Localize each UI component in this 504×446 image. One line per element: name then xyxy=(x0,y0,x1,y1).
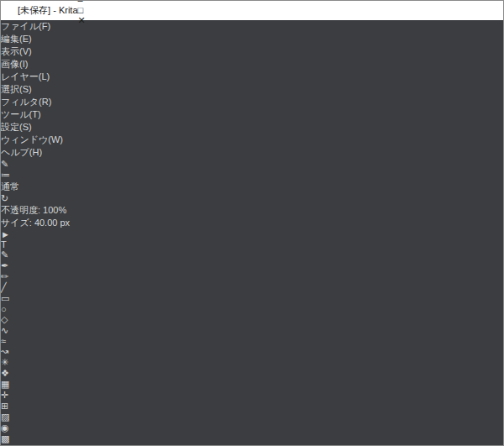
edit-brush-settings-icon[interactable]: ≔ xyxy=(1,170,503,181)
blend-mode-value: 通常 xyxy=(1,181,19,192)
menu-item[interactable]: ツール(T) xyxy=(1,108,503,121)
window-title: [未保存] - Krita xyxy=(18,4,78,17)
freehand-path-tool[interactable]: ↝ xyxy=(1,346,503,357)
crop-tool[interactable]: ⊞ xyxy=(1,401,503,412)
close-button[interactable]: ✕ xyxy=(78,15,86,26)
multibrush-tool[interactable]: ❖ xyxy=(1,368,503,379)
rectangle-tool[interactable]: ▭ xyxy=(1,293,503,304)
menu-item[interactable]: ファイル(F) xyxy=(1,20,503,33)
krita-app-icon xyxy=(6,5,18,17)
brush-size-slider[interactable]: サイズ: 40.00 px xyxy=(1,217,503,229)
brush-size-label: サイズ: 40.00 px xyxy=(1,218,70,228)
opacity-slider[interactable]: 不透明度: 100% xyxy=(1,204,503,217)
menu-item[interactable]: フィルタ(R) xyxy=(1,96,503,108)
krita-window: [未保存] - Krita – □ ✕ ファイル(F)編集(E)表示(V)画像(… xyxy=(0,0,504,446)
polygon-tool[interactable]: ◇ xyxy=(1,314,503,325)
line-tool[interactable]: ╱ xyxy=(1,282,503,293)
choose-brush-preset-icon[interactable]: ✎ xyxy=(1,159,503,170)
opacity-label: 不透明度: 100% xyxy=(1,205,66,215)
edit-shapes-tool[interactable]: ✎ xyxy=(1,249,503,260)
main-toolbar: ✎ ≔ 通常 ↻ 不透明度: 100% サイズ: 40.00 px xyxy=(1,159,503,229)
move-tool[interactable]: ✛ xyxy=(1,390,503,401)
menu-item[interactable]: 選択(S) xyxy=(1,83,503,96)
title-bar: [未保存] - Krita – □ ✕ xyxy=(1,1,503,20)
menu-item[interactable]: レイヤー(L) xyxy=(1,71,503,83)
reload-preset-icon[interactable]: ↻ xyxy=(1,193,503,204)
gradient-tool[interactable]: ▨ xyxy=(1,412,503,422)
select-shapes-tool[interactable]: ► xyxy=(1,229,503,239)
bezier-curve-tool[interactable]: ≈ xyxy=(1,336,503,346)
calligraphy-tool[interactable]: ✒ xyxy=(1,260,503,271)
toolbox: ►T✎✒✏╱▭○◇∿≈↝✳❖▦✛⊞▨◉▩◍▣✚∠▫◌◈↯✺≋✂⌇⊕✥ xyxy=(1,229,503,446)
menu-item[interactable]: ウィンドウ(W) xyxy=(1,134,503,146)
pattern-tool[interactable]: ▩ xyxy=(1,433,503,444)
menu-bar: ファイル(F)編集(E)表示(V)画像(I)レイヤー(L)選択(S)フィルタ(R… xyxy=(1,20,503,159)
main-area: ►T✎✒✏╱▭○◇∿≈↝✳❖▦✛⊞▨◉▩◍▣✚∠▫◌◈↯✺≋✂⌇⊕✥ [未保存]… xyxy=(1,229,503,446)
window-controls: – □ ✕ xyxy=(78,0,86,26)
ellipse-tool[interactable]: ○ xyxy=(1,304,503,314)
maximize-button[interactable]: □ xyxy=(78,5,86,15)
blend-mode-select[interactable]: 通常 xyxy=(1,181,503,193)
transform-tool[interactable]: ▦ xyxy=(1,379,503,390)
color-sampler-tool[interactable]: ◉ xyxy=(1,422,503,433)
menu-item[interactable]: 表示(V) xyxy=(1,45,503,58)
menu-item[interactable]: 画像(I) xyxy=(1,58,503,71)
menu-item[interactable]: 設定(S) xyxy=(1,121,503,134)
menu-item[interactable]: 編集(E) xyxy=(1,33,503,45)
polyline-tool[interactable]: ∿ xyxy=(1,325,503,336)
freehand-brush-tool[interactable]: ✏ xyxy=(1,271,503,282)
menu-item[interactable]: ヘルプ(H) xyxy=(1,146,503,159)
text-tool[interactable]: T xyxy=(1,239,503,249)
dynamic-brush-tool[interactable]: ✳ xyxy=(1,357,503,368)
